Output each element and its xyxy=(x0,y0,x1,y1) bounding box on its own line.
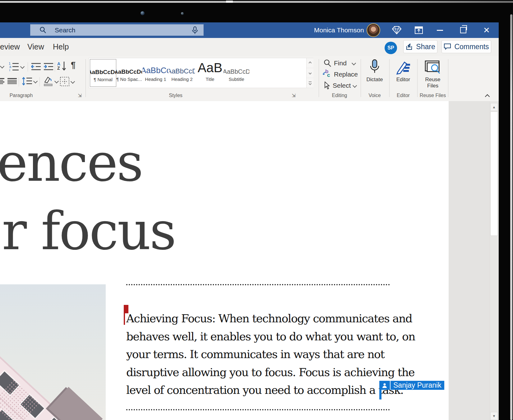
chevron-down-icon[interactable] xyxy=(1,65,4,68)
tab-view[interactable]: View xyxy=(27,38,44,56)
comments-icon xyxy=(444,43,451,50)
bezel-edge xyxy=(510,14,512,420)
search-icon xyxy=(39,26,47,34)
webcam-icon xyxy=(141,11,145,15)
editor-group-label: Editor xyxy=(397,93,410,98)
collaborator-presence-badge[interactable]: SP xyxy=(385,42,397,54)
laptop-lid-notch xyxy=(226,1,233,3)
laptop-lid-edge xyxy=(0,1,513,3)
reuse-files-group-label: Reuse Files xyxy=(420,93,446,98)
decrease-indent-button[interactable] xyxy=(31,62,41,71)
minimize-button[interactable] xyxy=(432,22,448,38)
voice-search-icon[interactable] xyxy=(192,26,198,35)
styles-gallery-scroll xyxy=(306,58,313,88)
style-title[interactable]: AaB Title xyxy=(197,59,223,86)
style-heading-2[interactable]: AaBbCcD Heading 2 xyxy=(169,59,195,86)
styles-scroll-up-button[interactable] xyxy=(307,58,313,68)
close-button[interactable]: ✕ xyxy=(478,22,495,38)
scrollbar-thumb[interactable] xyxy=(490,111,498,236)
paragraph-dialog-launcher[interactable]: ⇲ xyxy=(78,93,82,98)
style-no-spacing[interactable]: AaBbCcDd ¶ No Spac... xyxy=(116,59,142,86)
styles-gallery: AaBbCcDd ¶ Normal AaBbCcDd ¶ No Spac... … xyxy=(89,58,313,88)
find-icon xyxy=(323,59,331,67)
dictate-button[interactable]: Dictate xyxy=(361,58,389,83)
style-subtitle[interactable]: AaBbCcD Subtitle xyxy=(224,59,249,86)
dotted-separator-bottom xyxy=(126,409,390,410)
restore-button[interactable] xyxy=(455,22,471,38)
word-window: Search Monica Thomson ✕ eview View xyxy=(0,22,499,420)
styles-gallery-expand-button[interactable] xyxy=(307,78,313,88)
body-paragraph: Achieving Focus: When technology communi… xyxy=(126,312,415,402)
document-canvas: ences r focus Achieving Focus: When tech… xyxy=(0,101,499,420)
user-avatar[interactable] xyxy=(367,23,380,37)
editor-pen-icon xyxy=(389,58,417,75)
building-balcony xyxy=(49,387,103,420)
share-icon xyxy=(405,43,413,50)
scroll-down-button[interactable]: ▼ xyxy=(490,412,498,420)
vertical-scrollbar[interactable]: ▲ ▼ xyxy=(490,101,498,420)
document-heading: ences r focus xyxy=(0,128,175,265)
style-normal[interactable]: AaBbCcDd ¶ Normal xyxy=(90,59,116,87)
replace-button[interactable]: b c Replace xyxy=(323,70,358,78)
ribbon-display-options-icon[interactable] xyxy=(411,22,427,38)
document-page[interactable]: ences r focus Achieving Focus: When tech… xyxy=(0,101,449,420)
styles-dialog-launcher[interactable]: ⇲ xyxy=(292,93,296,98)
styles-group-label: Styles xyxy=(169,93,183,98)
increase-indent-button[interactable] xyxy=(43,62,54,71)
align-button[interactable] xyxy=(0,77,4,85)
line-spacing-button[interactable] xyxy=(22,77,37,86)
document-photo xyxy=(0,284,106,420)
find-button[interactable]: Find xyxy=(323,59,355,67)
multilevel-list-button[interactable]: 1ai xyxy=(9,62,24,72)
editing-group-label: Editing xyxy=(332,93,347,98)
shading-button[interactable] xyxy=(43,76,58,86)
dictate-mic-icon xyxy=(361,58,389,75)
collaborator-name: Sanjay Puranik xyxy=(391,381,444,390)
styles-scroll-down-button[interactable] xyxy=(307,68,313,78)
search-input[interactable]: Search xyxy=(30,24,204,36)
webcam-led-icon xyxy=(181,12,184,15)
scroll-up-button[interactable]: ▲ xyxy=(490,103,498,111)
borders-button[interactable] xyxy=(60,77,74,86)
collaborator-cursor-flag[interactable]: Sanjay Puranik xyxy=(379,381,444,390)
sort-button[interactable]: A Z xyxy=(57,61,66,71)
share-button[interactable]: Share xyxy=(403,40,437,53)
comments-button[interactable]: Comments xyxy=(441,40,491,53)
show-formatting-marks-button[interactable]: ¶ xyxy=(71,60,76,70)
person-icon xyxy=(379,381,391,390)
reuse-files-icon xyxy=(419,58,447,75)
voice-group-label: Voice xyxy=(368,93,381,98)
replace-icon: b c xyxy=(323,70,331,78)
ribbon: 1ai A Z ¶ xyxy=(0,56,499,101)
tab-help[interactable]: Help xyxy=(53,38,69,56)
collapse-ribbon-button[interactable] xyxy=(486,94,489,100)
paragraph-group-label: Paragraph xyxy=(10,93,33,98)
title-bar: Search Monica Thomson ✕ xyxy=(0,22,499,38)
dotted-separator-top xyxy=(126,284,390,285)
select-button[interactable]: Select xyxy=(324,82,356,90)
select-cursor-icon xyxy=(324,82,330,90)
reuse-files-button[interactable]: Reuse Files xyxy=(419,58,447,89)
laptop-frame: Search Monica Thomson ✕ eview View xyxy=(0,0,513,420)
editor-button[interactable]: Editor xyxy=(389,58,417,83)
style-heading-1[interactable]: AaBbCc Heading 1 xyxy=(143,59,169,86)
ribbon-tab-row: eview View Help SP Share Comments xyxy=(0,38,499,56)
premium-diamond-icon[interactable] xyxy=(389,22,405,38)
tab-review[interactable]: eview xyxy=(0,38,20,56)
justify-button[interactable] xyxy=(7,77,17,85)
svg-text:i: i xyxy=(9,68,10,72)
account-name[interactable]: Monica Thomson xyxy=(314,22,364,38)
search-placeholder: Search xyxy=(55,26,76,34)
